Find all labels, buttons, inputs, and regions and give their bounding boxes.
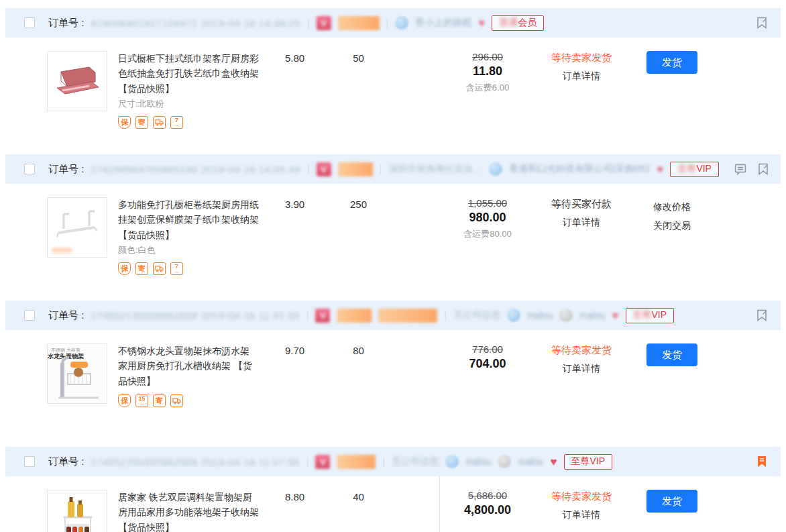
- status-column: 等待卖家发货 订单详情: [538, 490, 625, 521]
- original-price: 1,055.00: [437, 197, 538, 209]
- divider: |: [306, 310, 309, 321]
- actual-price: 704.00: [437, 357, 538, 371]
- product-info: 居家家 铁艺双层调料架置物架厨房用品家用多功能落地架子收纳架 【货品快照】 颜色…: [118, 490, 263, 532]
- buyer-avatar: [489, 162, 502, 176]
- order-detail-link[interactable]: 订单详情: [538, 70, 625, 83]
- order-card: 订单号 : 419006401627104472 2019-04-18 14:3…: [5, 8, 781, 147]
- product-title[interactable]: 多功能免打孔橱柜卷纸架厨房用纸挂架创意保鲜膜架子纸巾架收纳架 【货品快照】: [118, 197, 260, 242]
- promo-badge: [338, 162, 373, 176]
- product-info: 多功能免打孔橱柜卷纸架厨房用纸挂架创意保鲜膜架子纸巾架收纳架 【货品快照】 颜色…: [118, 197, 263, 275]
- buyer-name: malou: [527, 310, 553, 321]
- mail-icon: 寄: [135, 116, 148, 129]
- heart-icon[interactable]: [657, 164, 663, 175]
- buyer-name: 香小上的旅程: [415, 17, 471, 29]
- member-level-suffix: VIP: [696, 163, 712, 174]
- action-column: 修改价格 关闭交易: [625, 197, 719, 235]
- buyer-company: 无公司信息: [392, 456, 439, 468]
- return-days-icon: 7↔: [170, 116, 183, 129]
- product-info: 不锈钢水龙头置物架抹布沥水架 家用厨房免打孔水槽收纳架 【货品快照】 保 15↔…: [118, 343, 263, 407]
- product-title[interactable]: 日式橱柜下挂式纸巾架客厅厨房彩色纸抽盒免打孔铁艺纸巾盒收纳架 【货品快照】: [118, 51, 260, 96]
- comment-icon[interactable]: [732, 161, 748, 177]
- status-column: 等待卖家发货 订单详情: [538, 51, 625, 83]
- product-info: 日式橱柜下挂式纸巾架客厅厨房彩色纸抽盒免打孔铁艺纸巾盒收纳架 【货品快照】 尺寸…: [118, 51, 263, 129]
- order-list-page: 订单号 : 419006401627104472 2019-04-18 14:3…: [0, 0, 786, 532]
- modify-price-link[interactable]: 修改价格: [625, 197, 719, 216]
- order-checkbox[interactable]: [24, 310, 35, 321]
- action-column: 发货: [625, 51, 719, 74]
- unit-price: 3.90: [263, 197, 327, 210]
- heart-icon[interactable]: [612, 310, 618, 321]
- order-status: 等待买家付款: [538, 198, 625, 211]
- return-days-icon: 7↔: [170, 262, 183, 275]
- buyer-company: 深圳市前海海伦实业…: [388, 163, 482, 175]
- memo-icon[interactable]: [755, 161, 771, 177]
- product-image[interactable]: [47, 490, 107, 532]
- product-title[interactable]: 居家家 铁艺双层调料架置物架厨房用品家用多功能落地架子收纳架 【货品快照】: [118, 490, 260, 532]
- order-detail-link[interactable]: 订单详情: [538, 363, 625, 375]
- original-price: 776.00: [437, 343, 538, 355]
- service-icons: 保 15↔ 寄: [118, 394, 263, 407]
- order-status: 等待卖家发货: [538, 52, 625, 64]
- close-trade-link[interactable]: 关闭交易: [625, 216, 719, 235]
- memo-icon[interactable]: [754, 307, 770, 323]
- truck-icon: [153, 116, 166, 129]
- order-checkbox[interactable]: [24, 17, 35, 28]
- order-header: 订单号 : 274299564700965190 2019-04-18 14:0…: [5, 154, 781, 184]
- member-badge: 至尊VIP: [670, 162, 719, 177]
- order-body: 多功能免打孔橱柜卷纸架厨房用纸挂架创意保鲜膜架子纸巾架收纳架 【货品快照】 颜色…: [5, 184, 781, 293]
- action-column: 发货: [625, 343, 719, 366]
- return-days-icon: 15↔: [135, 394, 148, 407]
- memo-icon-active[interactable]: [754, 454, 770, 470]
- service-icons: 保 寄 7↔: [118, 116, 263, 129]
- product-image[interactable]: [47, 197, 107, 258]
- order-detail-link[interactable]: 订单详情: [538, 217, 625, 229]
- order-total: 296.00 11.80 含运费6.00: [437, 51, 538, 94]
- ship-button[interactable]: 发货: [647, 490, 697, 513]
- guarantee-icon: 保: [118, 262, 131, 275]
- divider: |: [386, 17, 389, 28]
- product-title[interactable]: 不锈钢水龙头置物架抹布沥水架 家用厨房免打孔水槽收纳架 【货品快照】: [118, 343, 260, 388]
- buyer-company: 无公司信息: [453, 309, 500, 321]
- buyer-name: malou: [518, 456, 543, 467]
- mail-icon: 寄: [135, 262, 148, 275]
- ship-button[interactable]: 发货: [647, 51, 697, 74]
- product-sku: 尺寸:北欧粉: [118, 98, 263, 110]
- order-checkbox[interactable]: [24, 164, 35, 174]
- buyer-avatar: [445, 455, 459, 468]
- quantity: 250: [327, 197, 390, 210]
- order-status: 等待卖家发货: [538, 344, 625, 357]
- memo-icon[interactable]: [754, 15, 770, 31]
- service-icons: 保 寄 7↔: [118, 262, 263, 275]
- order-checkbox[interactable]: [24, 456, 35, 467]
- member-badge: 至尊VIP: [626, 308, 675, 323]
- buyer-avatar: [498, 455, 511, 468]
- action-column: 发货: [625, 490, 719, 513]
- order-body: 日式橱柜下挂式纸巾架客厅厨房彩色纸抽盒免打孔铁艺纸巾盒收纳架 【货品快照】 尺寸…: [5, 38, 781, 147]
- order-status: 等待卖家发货: [538, 490, 625, 503]
- product-image[interactable]: [47, 51, 107, 111]
- heart-icon[interactable]: [550, 456, 557, 468]
- product-image[interactable]: 不锈钢 大容量 水龙头置物架: [47, 343, 107, 404]
- v-badge: V: [315, 309, 330, 323]
- order-detail-link[interactable]: 订单详情: [538, 509, 625, 521]
- ship-button[interactable]: 发货: [647, 343, 697, 366]
- v-badge: V: [315, 455, 330, 469]
- mail-icon: 寄: [153, 394, 166, 407]
- order-header: 订单号 : 419006401627104472 2019-04-18 14:3…: [5, 8, 781, 38]
- promo-badge: [378, 309, 437, 323]
- guarantee-icon: 保: [118, 116, 131, 129]
- order-number-and-time: 419006401627104472 2019-04-18 14:39:25: [91, 17, 300, 29]
- order-no-label: 订单号 :: [48, 17, 84, 30]
- heart-icon[interactable]: [478, 17, 485, 29]
- buyer-avatar: [395, 16, 408, 30]
- order-card: 订单号 : 274550130009662608 2019-04-18 11:4…: [5, 301, 781, 439]
- shipping-fee: 含运费6.00: [437, 82, 538, 94]
- original-price: 5,686.00: [437, 490, 538, 501]
- actual-price: 980.00: [437, 211, 538, 225]
- buyer-avatar: [507, 309, 520, 322]
- actual-price: 11.80: [437, 64, 538, 78]
- order-number-and-time: 274552250335982608 2019-04-18 11:07:56: [91, 456, 300, 468]
- promo-badge: [337, 309, 372, 323]
- quantity: 40: [327, 490, 390, 502]
- status-column: 等待卖家发货 订单详情: [538, 343, 625, 375]
